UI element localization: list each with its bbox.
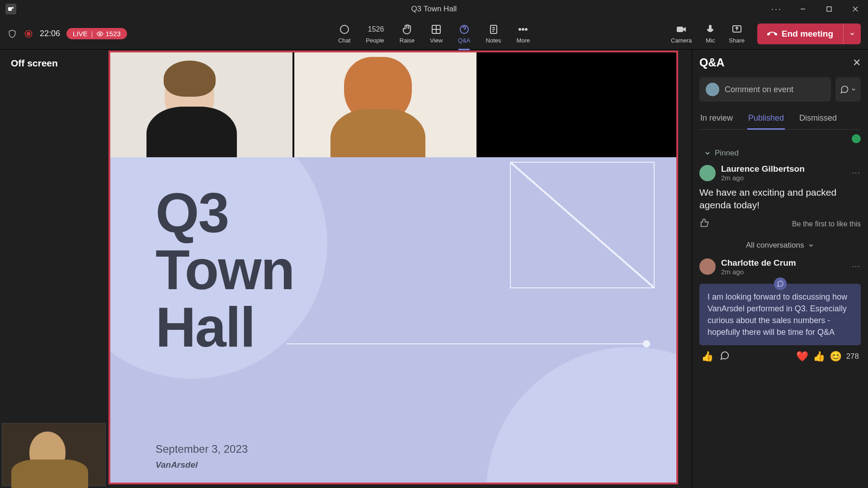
svg-point-1 [12, 7, 14, 9]
recording-icon[interactable] [24, 29, 33, 39]
svg-point-21 [522, 28, 524, 30]
pinned-header[interactable]: Pinned [704, 149, 861, 158]
qa-button[interactable]: Q&A [457, 22, 471, 46]
avatar [699, 165, 716, 181]
post-body-highlight: I am looking forward to discussing how V… [699, 284, 861, 345]
camera-button[interactable]: Camera [671, 23, 692, 44]
mic-icon [704, 23, 716, 35]
svg-point-7 [27, 32, 30, 35]
svg-rect-23 [677, 27, 683, 32]
more-window-button[interactable]: ··· [768, 2, 786, 16]
slide-title: Q3 Town Hall [156, 184, 294, 356]
meeting-toolbar: 22:06 LIVE | 1523 Chat 1526 People Raise [0, 18, 868, 50]
live-stage: Charlotte de Crum Daniela Mandera Q3 Tow… [108, 51, 678, 484]
post-author: Laurence Gilbertson [721, 164, 805, 174]
svg-point-20 [519, 28, 521, 30]
live-badge: LIVE | 1523 [66, 28, 127, 39]
all-conversations-toggle[interactable]: All conversations [699, 235, 861, 258]
comment-options-button[interactable] [835, 77, 861, 102]
qa-icon [458, 23, 470, 35]
chat-button[interactable]: Chat [337, 22, 351, 46]
end-meeting-dropdown[interactable] [843, 23, 861, 44]
post-more-button[interactable]: ··· [852, 263, 861, 271]
raise-hand-icon [401, 23, 413, 35]
reaction-like[interactable]: 👍 [813, 351, 825, 362]
close-window-button[interactable] [846, 2, 864, 16]
tab-published[interactable]: Published [747, 110, 785, 129]
post-time: 2m ago [721, 174, 805, 182]
qa-post-2: Charlotte de Crum 2m ago ··· I am lookin… [699, 258, 861, 368]
self-preview[interactable] [2, 423, 106, 486]
post-time: 2m ago [721, 268, 796, 276]
shared-slide: Q3 Town Hall September 3, 2023 VanArsdel [110, 157, 676, 483]
post-more-button[interactable]: ··· [852, 169, 861, 177]
titlebar: Q3 Town Hall ··· [0, 0, 868, 18]
minimize-button[interactable] [794, 2, 812, 16]
maximize-button[interactable] [820, 2, 838, 16]
mic-button[interactable]: Mic [704, 23, 716, 44]
avatar [699, 258, 716, 275]
tab-dismissed[interactable]: Dismissed [798, 110, 838, 129]
video-tile-1[interactable]: Charlotte de Crum [110, 52, 292, 157]
reaction-smile[interactable]: 😊 [830, 351, 842, 362]
more-icon [517, 23, 529, 35]
svg-rect-0 [8, 7, 12, 11]
post-body: We have an exciting and packed agenda to… [699, 186, 861, 212]
camera-icon [675, 23, 687, 35]
like-button[interactable] [699, 218, 709, 230]
view-button[interactable]: View [429, 22, 443, 46]
chat-icon [339, 23, 350, 35]
end-meeting-wrap: End meeting [757, 23, 861, 44]
teams-app-icon[interactable] [5, 4, 16, 14]
share-icon [731, 23, 743, 35]
people-button[interactable]: 1526 People [365, 22, 385, 46]
window-title: Q3 Town Hall [411, 5, 457, 14]
qa-post-1: Laurence Gilbertson 2m ago ··· We have a… [699, 164, 861, 230]
react-like[interactable]: 👍 [701, 351, 713, 362]
viewer-count: 1523 [96, 30, 120, 38]
notes-button[interactable]: Notes [485, 22, 502, 46]
end-meeting-button[interactable]: End meeting [757, 23, 843, 44]
view-icon [430, 23, 442, 35]
svg-rect-3 [827, 7, 831, 11]
slide-date: September 3, 2023 [156, 443, 248, 455]
video-tile-2[interactable]: Daniela Mandera [294, 52, 476, 157]
qa-panel: Q&A ✕ Comment on event In review Publish… [692, 50, 868, 488]
reaction-heart[interactable]: ❤️ [796, 351, 808, 362]
raise-hand-button[interactable]: Raise [399, 22, 415, 46]
offscreen-label: Off screen [0, 50, 108, 488]
reply-button[interactable] [720, 351, 730, 362]
live-label: LIVE [73, 30, 88, 38]
more-button[interactable]: More [515, 22, 531, 46]
svg-point-22 [525, 28, 527, 30]
elapsed-timer: 22:06 [40, 29, 60, 38]
post-author: Charlotte de Crum [721, 258, 796, 268]
privacy-shield-icon[interactable] [7, 29, 17, 39]
self-avatar [706, 83, 719, 96]
status-badge [852, 134, 861, 143]
people-icon: 1526 [369, 23, 381, 35]
close-qa-button[interactable]: ✕ [853, 57, 861, 69]
comment-input[interactable]: Comment on event [699, 77, 831, 102]
share-button[interactable]: Share [729, 23, 745, 44]
tab-in-review[interactable]: In review [699, 110, 734, 129]
notes-icon [488, 23, 500, 35]
reaction-count: 278 [846, 352, 859, 361]
slide-brand: VanArsdel [156, 460, 198, 470]
featured-badge-icon [774, 277, 787, 290]
svg-point-8 [99, 33, 101, 35]
qa-title: Q&A [699, 56, 725, 69]
like-hint: Be the first to like this [792, 220, 861, 228]
